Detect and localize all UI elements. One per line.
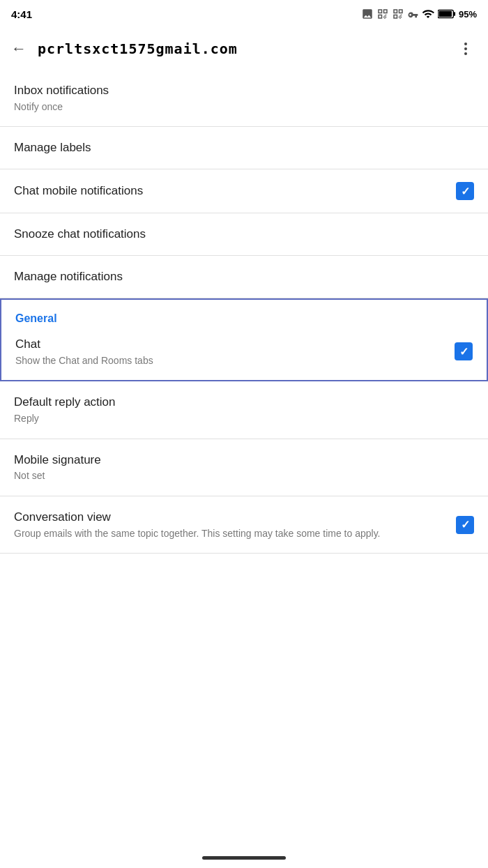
default-reply-action-title: Default reply action: [14, 394, 474, 411]
manage-labels-title: Manage labels: [14, 139, 474, 156]
nav-spacer: [0, 554, 488, 595]
chat-general-subtitle: Show the Chat and Rooms tabs: [15, 354, 443, 368]
image-icon: [361, 8, 374, 20]
mobile-signature-text: Mobile signature Not set: [14, 452, 474, 483]
inbox-notifications-text: Inbox notifications Notify once: [14, 82, 474, 114]
mobile-signature-item[interactable]: Mobile signature Not set: [0, 439, 488, 496]
chat-general-title: Chat: [15, 336, 443, 353]
chat-general-item[interactable]: Chat Show the Chat and Rooms tabs ✓: [1, 330, 487, 380]
general-label: General: [15, 312, 57, 324]
mobile-signature-subtitle: Not set: [14, 469, 474, 483]
qr2-icon: [392, 8, 404, 20]
dot1: [464, 43, 467, 45]
back-button[interactable]: ←: [11, 41, 26, 56]
mobile-signature-title: Mobile signature: [14, 452, 474, 469]
status-time: 4:41: [11, 8, 32, 20]
dot2: [464, 47, 467, 50]
chat-mobile-notifications-item[interactable]: Chat mobile notifications ✓: [0, 169, 488, 213]
manage-labels-text: Manage labels: [14, 139, 474, 156]
wifi-icon: [421, 8, 435, 20]
chat-mobile-notifications-checkbox[interactable]: ✓: [456, 182, 474, 200]
home-indicator: [202, 856, 286, 860]
svg-rect-1: [439, 11, 452, 17]
conversation-view-subtitle: Group emails with the same topic togethe…: [14, 527, 445, 541]
battery-percent: 95%: [459, 9, 477, 20]
chat-general-text: Chat Show the Chat and Rooms tabs: [15, 336, 443, 367]
status-bar: 4:41 95%: [0, 0, 488, 28]
chat-mobile-notifications-title: Chat mobile notifications: [14, 183, 445, 199]
nav-bar: [0, 848, 488, 868]
manage-labels-item[interactable]: Manage labels: [0, 127, 488, 169]
status-icons: 95%: [361, 8, 477, 20]
snooze-chat-notifications-text: Snooze chat notifications: [14, 226, 474, 243]
manage-notifications-item[interactable]: Manage notifications: [0, 256, 488, 298]
default-reply-action-subtitle: Reply: [14, 412, 474, 426]
default-reply-action-text: Default reply action Reply: [14, 394, 474, 425]
inbox-notifications-item[interactable]: Inbox notifications Notify once: [0, 70, 488, 127]
manage-notifications-title: Manage notifications: [14, 268, 474, 285]
general-header: General: [1, 300, 487, 330]
inbox-notifications-subtitle: Notify once: [14, 100, 474, 114]
general-section: General Chat Show the Chat and Rooms tab…: [0, 298, 488, 381]
conversation-view-checkbox[interactable]: ✓: [456, 516, 474, 534]
chat-check-icon: ✓: [459, 345, 468, 358]
default-reply-action-item[interactable]: Default reply action Reply: [0, 381, 488, 439]
manage-notifications-text: Manage notifications: [14, 268, 474, 285]
chat-mobile-notifications-text: Chat mobile notifications: [14, 183, 445, 199]
conversation-view-title: Conversation view: [14, 509, 445, 526]
snooze-chat-notifications-item[interactable]: Snooze chat notifications: [0, 213, 488, 256]
check-icon: ✓: [461, 185, 470, 198]
snooze-chat-notifications-title: Snooze chat notifications: [14, 226, 474, 243]
conversation-check-icon: ✓: [461, 518, 470, 531]
battery-icon: [438, 8, 456, 20]
qr-icon: [376, 8, 389, 20]
app-bar: ← pcrltsxct1575gmail.com: [0, 28, 488, 70]
inbox-notifications-title: Inbox notifications: [14, 82, 474, 99]
app-bar-title: pcrltsxct1575gmail.com: [38, 40, 455, 57]
svg-rect-2: [454, 12, 455, 16]
key-icon: [407, 8, 418, 20]
conversation-view-text: Conversation view Group emails with the …: [14, 509, 445, 540]
more-options-button[interactable]: [455, 38, 477, 60]
conversation-view-item[interactable]: Conversation view Group emails with the …: [0, 496, 488, 554]
chat-general-checkbox[interactable]: ✓: [455, 342, 473, 360]
dot3: [464, 52, 467, 55]
